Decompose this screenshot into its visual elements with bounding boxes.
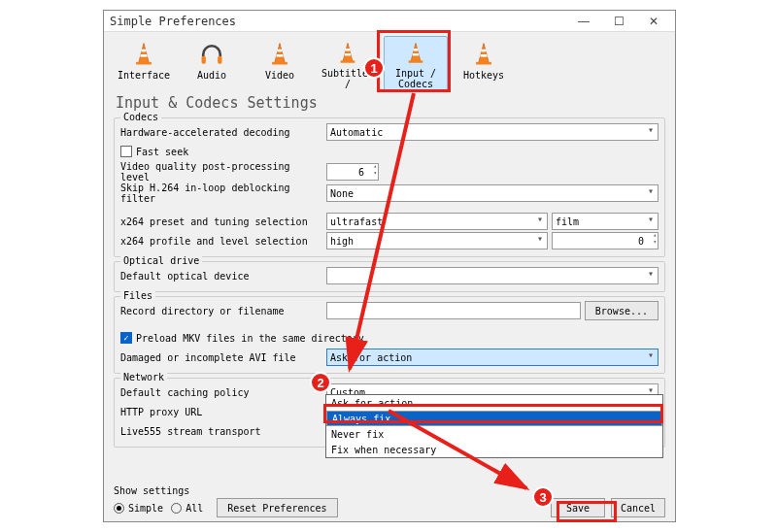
avi-dropdown-list[interactable]: Ask for action Always fix Never fix Fix … (325, 394, 663, 458)
select-hw-decoding[interactable] (326, 123, 659, 141)
svg-rect-4 (202, 56, 206, 64)
avi-option[interactable]: Never fix (326, 426, 662, 442)
radio-simple[interactable] (114, 503, 124, 514)
window-title: Simple Preferences (110, 15, 566, 28)
annotation-badge-1: 1 (363, 57, 385, 79)
label-hw-decoding: Hardware-accelerated decoding (120, 127, 322, 138)
label-simple: Simple (128, 503, 163, 514)
select-x264-preset[interactable] (326, 213, 548, 230)
group-optical: Optical drive Default optical device (114, 261, 665, 292)
label-x264-preset: x264 preset and tuning selection (120, 216, 322, 227)
close-button[interactable]: ✕ (636, 12, 671, 31)
group-files: Files Record directory or filename Brows… (114, 296, 665, 374)
label-show-settings: Show settings (114, 485, 338, 496)
svg-rect-13 (341, 60, 355, 62)
svg-rect-5 (218, 56, 221, 64)
select-x264-tune[interactable] (552, 213, 659, 230)
input-record-dir[interactable] (326, 302, 581, 319)
category-hotkeys[interactable]: Hotkeys (452, 36, 516, 90)
svg-marker-14 (411, 43, 421, 61)
category-audio[interactable]: Audio (180, 36, 244, 90)
checkbox-fast-seek[interactable] (120, 146, 132, 157)
cone-icon (266, 41, 293, 68)
svg-rect-3 (136, 62, 152, 65)
svg-rect-11 (346, 49, 351, 50)
reset-preferences-button[interactable]: Reset Preferences (217, 498, 337, 517)
select-skip-h264[interactable] (326, 184, 659, 202)
select-optical-device[interactable] (326, 267, 659, 284)
category-input-codecs[interactable]: Input / Codecs (384, 36, 448, 90)
label-all: All (186, 503, 203, 514)
svg-rect-2 (141, 54, 148, 57)
label-video-quality-pp: Video quality post-processing level (120, 161, 322, 183)
svg-rect-1 (141, 50, 146, 52)
label-avi: Damaged or incomplete AVI file (120, 352, 322, 363)
category-interface[interactable]: Interface (112, 36, 176, 90)
svg-marker-0 (139, 44, 150, 63)
label-optical-device: Default optical device (120, 271, 322, 282)
checkbox-preload-mkv[interactable]: ✓ (120, 332, 132, 344)
radio-all[interactable] (171, 503, 182, 514)
svg-rect-8 (277, 54, 284, 57)
select-avi[interactable] (326, 349, 659, 366)
svg-rect-19 (481, 50, 486, 52)
svg-rect-20 (481, 54, 488, 57)
svg-rect-16 (413, 53, 420, 55)
headphones-icon (198, 41, 225, 68)
svg-rect-17 (409, 60, 423, 62)
label-caching: Default caching policy (120, 387, 322, 398)
cone-icon (470, 41, 497, 68)
category-toolbar: Interface Audio Video Subtitles / Input … (104, 32, 675, 90)
svg-marker-10 (343, 43, 353, 61)
select-x264-profile[interactable] (326, 232, 548, 249)
label-skip-h264: Skip H.264 in-loop deblocking filter (120, 183, 322, 204)
svg-marker-18 (479, 44, 490, 63)
save-button[interactable]: Save (551, 498, 605, 517)
browse-button[interactable]: Browse... (585, 301, 659, 320)
label-x264-profile: x264 profile and level selection (120, 236, 322, 247)
cone-icon (130, 41, 157, 68)
svg-rect-15 (414, 49, 419, 50)
svg-rect-21 (476, 62, 491, 65)
avi-option[interactable]: Ask for action (326, 395, 662, 411)
minimize-button[interactable]: — (566, 12, 601, 31)
titlebar: Simple Preferences — ☐ ✕ (104, 11, 675, 32)
footer: Show settings Simple All Reset Preferenc… (114, 485, 665, 517)
svg-rect-12 (345, 53, 352, 55)
annotation-badge-3: 3 (532, 486, 554, 508)
svg-rect-9 (272, 62, 287, 65)
category-video[interactable]: Video (248, 36, 312, 90)
section-title: Input & Codecs Settings (104, 90, 675, 117)
label-preload-mkv: Preload MKV files in the same directory (136, 333, 364, 344)
label-record-dir: Record directory or filename (120, 306, 322, 316)
annotation-badge-2: 2 (310, 372, 331, 393)
avi-option[interactable]: Fix when necessary (326, 442, 662, 457)
label-fast-seek: Fast seek (136, 147, 188, 157)
group-codecs: Codecs Hardware-accelerated decoding Fas… (114, 117, 665, 257)
avi-option-selected[interactable]: Always fix (326, 411, 662, 426)
cancel-button[interactable]: Cancel (611, 498, 665, 517)
label-proxy: HTTP proxy URL (120, 407, 322, 417)
spinner-video-quality-pp[interactable] (326, 163, 379, 181)
cone-icon (334, 41, 361, 66)
label-live555: Live555 stream transport (120, 426, 322, 437)
cone-icon (402, 41, 429, 66)
spinner-x264-level[interactable] (552, 232, 659, 249)
maximize-button[interactable]: ☐ (601, 12, 636, 31)
svg-rect-7 (277, 50, 282, 52)
svg-marker-6 (275, 44, 286, 63)
preferences-window: Simple Preferences — ☐ ✕ Interface Audio… (103, 10, 676, 522)
